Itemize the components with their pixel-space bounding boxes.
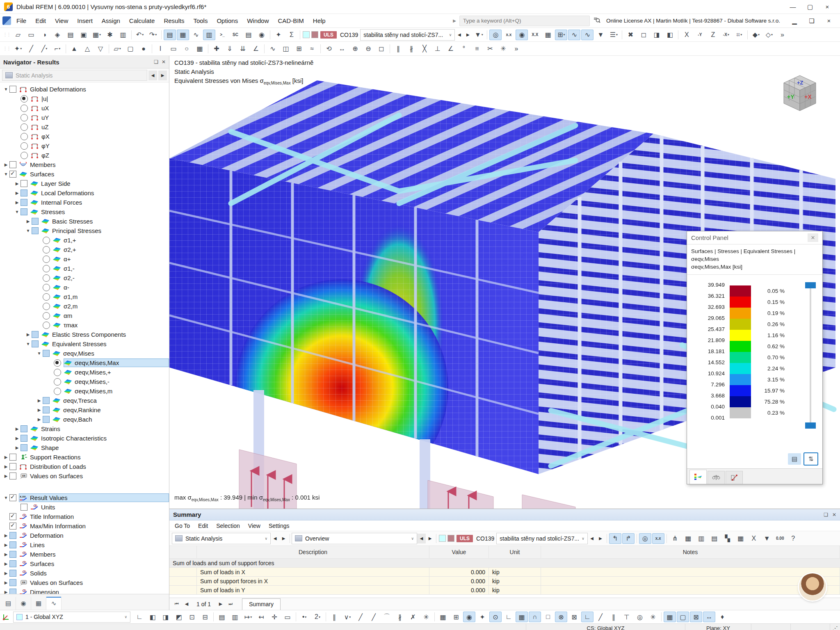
tree-expand-icon[interactable]: ▶ <box>14 200 21 205</box>
script-console-button[interactable]: SC <box>229 30 242 40</box>
view-in-z-button[interactable]: Z <box>707 30 719 40</box>
radio-off[interactable] <box>43 284 50 291</box>
align-objects-button[interactable]: ≡ <box>471 43 483 54</box>
redo-button[interactable]: ↷▾ <box>147 30 159 40</box>
control-panel-close-icon[interactable]: ✕ <box>808 233 818 242</box>
checkbox-part[interactable] <box>43 416 50 423</box>
parallel-lines-button[interactable]: ∥ <box>392 43 404 54</box>
summary-section-row[interactable]: Sum of loads and sum of support forces <box>169 559 840 568</box>
tree-item-elastic-stress-components[interactable]: ▶Elastic Stress Components <box>0 330 169 339</box>
menu-calculate[interactable]: Calculate <box>125 16 160 26</box>
next-page-button[interactable]: ▶ <box>217 601 225 607</box>
checkbox-off[interactable] <box>21 180 27 187</box>
new-visibility-button[interactable]: ◧ <box>664 30 676 40</box>
tree-item-|u|[interactable]: |u| <box>0 94 169 103</box>
tree-item--eqv-mises-m[interactable]: σeqv,Mises,m <box>0 386 169 396</box>
tree-item-basic-stresses[interactable]: ▶Basic Stresses <box>0 217 169 226</box>
user-avatar[interactable] <box>799 573 826 600</box>
trim-tool-button[interactable]: ✗ <box>407 612 419 622</box>
tree-item-body[interactable]: Principal Stresses <box>41 226 169 235</box>
checkbox-off[interactable] <box>21 504 27 511</box>
tree-item-body[interactable]: Members <box>19 550 169 559</box>
sort-table-button[interactable]: ▚ <box>721 533 734 544</box>
checkbox-off[interactable] <box>9 463 16 470</box>
invert-selection-button[interactable]: ◩ <box>173 612 185 622</box>
checkbox-part[interactable] <box>21 444 27 451</box>
checkbox-part[interactable] <box>32 340 39 347</box>
checkbox-part[interactable] <box>9 532 16 539</box>
new-line-improved-button[interactable]: ╱▾ <box>38 43 50 54</box>
pin-tool-button[interactable]: ♦ <box>716 612 728 622</box>
tree-item-solids[interactable]: ▶Solids <box>0 568 169 578</box>
tree-item-label[interactable]: α+ <box>64 256 71 262</box>
magnet-snap-button[interactable]: ∩ <box>529 612 541 622</box>
view-in-x-button[interactable]: X <box>680 30 693 40</box>
select-all-button[interactable]: ⊡ <box>186 612 198 622</box>
tree-item-label[interactable]: Local Deformations <box>41 189 94 196</box>
tree-item-distribution-of-loads[interactable]: ▶Distribution of Loads <box>0 462 169 471</box>
snap-to-grid-button[interactable]: ▦ <box>516 612 528 622</box>
tree-item--m[interactable]: αm <box>0 311 169 320</box>
panel-toggle-button[interactable]: ▥ <box>203 30 215 40</box>
workplane-axes-button[interactable]: ∟ <box>133 612 146 622</box>
midpoint-snap-button[interactable]: ⊠ <box>568 612 580 622</box>
rendering-mode-button[interactable]: ◆▾ <box>750 30 762 40</box>
last-page-button[interactable]: ⏭ <box>226 601 235 607</box>
tree-item--1-m[interactable]: σ1,m <box>0 292 169 301</box>
tangent-line-button[interactable]: ╱ <box>368 612 380 622</box>
tree-item-values-on-surfaces[interactable]: ▶xxValues on Surfaces <box>0 578 169 587</box>
tree-item-equivalent-stresses[interactable]: ▼Equivalent Stresses <box>0 339 169 349</box>
checkbox-part[interactable] <box>9 579 16 586</box>
table-row[interactable]: Sum of loads in Y0.000kip <box>169 586 840 595</box>
radio-off[interactable] <box>21 133 28 140</box>
tab-filter[interactable] <box>726 471 743 484</box>
navigator-toggle-button[interactable]: ▤ <box>164 30 176 40</box>
tree-item-label[interactable]: Members <box>30 161 56 168</box>
tree-item-body[interactable]: φZ <box>30 151 169 160</box>
tree-item-body[interactable]: Surfaces <box>19 170 169 178</box>
model-data-button[interactable]: ◈ <box>51 30 64 40</box>
undo-button[interactable]: ↶▾ <box>134 30 146 40</box>
table-row[interactable]: Sum of loads in X0.000kip <box>169 568 840 577</box>
new-nodal-load-button[interactable]: ✚ <box>210 43 223 54</box>
tree-item-label[interactable]: σ2,+ <box>64 246 76 253</box>
open-model-button[interactable]: ▭ <box>25 30 37 40</box>
tree-item-label[interactable]: σeqv,Mises,- <box>75 378 110 385</box>
box-deselect-button[interactable]: ◨ <box>160 612 172 622</box>
mdi-restore-button[interactable]: ❏ <box>803 15 820 27</box>
tree-item-body[interactable]: Units <box>30 503 169 511</box>
analysis-type-combo[interactable]: Static Analysis <box>2 70 147 81</box>
tree-item--max[interactable]: τmax <box>0 320 169 330</box>
scale-slider-track[interactable] <box>810 285 811 426</box>
menu-help[interactable]: Help <box>308 16 330 26</box>
tree-expand-icon[interactable]: ▶ <box>36 398 43 403</box>
tree-item-label[interactable]: σeqv,Mises,Max <box>75 359 119 366</box>
tree-item-label[interactable]: σ2,m <box>64 303 78 310</box>
perpendicular-line-button[interactable]: ⊥ <box>431 43 444 54</box>
tree-item-label[interactable]: Shape <box>41 444 59 451</box>
tree-item-dimension[interactable]: ▶Dimension <box>0 587 169 594</box>
explode-objects-button[interactable]: ✳ <box>497 43 509 54</box>
summary-load-next-button[interactable]: ▶ <box>596 534 605 543</box>
summary-view-combo[interactable]: Overview∨ <box>292 533 417 544</box>
load-case-combo[interactable]: stabilita stěny nad stolicí-ZS7... ∨ <box>360 29 455 41</box>
edit-color-scale-button[interactable]: ⇅ <box>804 453 817 465</box>
tree-item-units[interactable]: Units <box>0 502 169 512</box>
tree-item-body[interactable]: uY <box>30 113 169 122</box>
new-nodal-support-button[interactable]: ▲ <box>68 43 80 54</box>
calculation-parameters-button[interactable]: ☰▾ <box>607 30 620 40</box>
dimension-button[interactable]: ↦▾ <box>242 612 254 622</box>
summary-menu-view[interactable]: View <box>244 522 264 530</box>
tree-collapse-icon[interactable]: ▼ <box>36 351 43 356</box>
search-expand-icon[interactable]: ▶ <box>453 18 456 23</box>
checkbox-part[interactable] <box>21 435 27 442</box>
previous-analysis-button[interactable]: ◀ <box>148 71 157 80</box>
edit-model-button[interactable]: ▤ <box>64 30 77 40</box>
guide-angle-button[interactable]: ∨▾ <box>341 612 354 622</box>
mdi-close-button[interactable]: × <box>820 15 838 27</box>
values-on-surfaces-button[interactable]: ⊞▾ <box>555 30 567 40</box>
model-viewport[interactable]: CO139 - stabilita stěny nad stolicí-ZS73… <box>169 56 840 509</box>
checkbox-on[interactable] <box>9 171 16 178</box>
more-tools-button[interactable]: » <box>776 30 788 40</box>
snap-points-button[interactable]: •▾ <box>298 612 310 622</box>
